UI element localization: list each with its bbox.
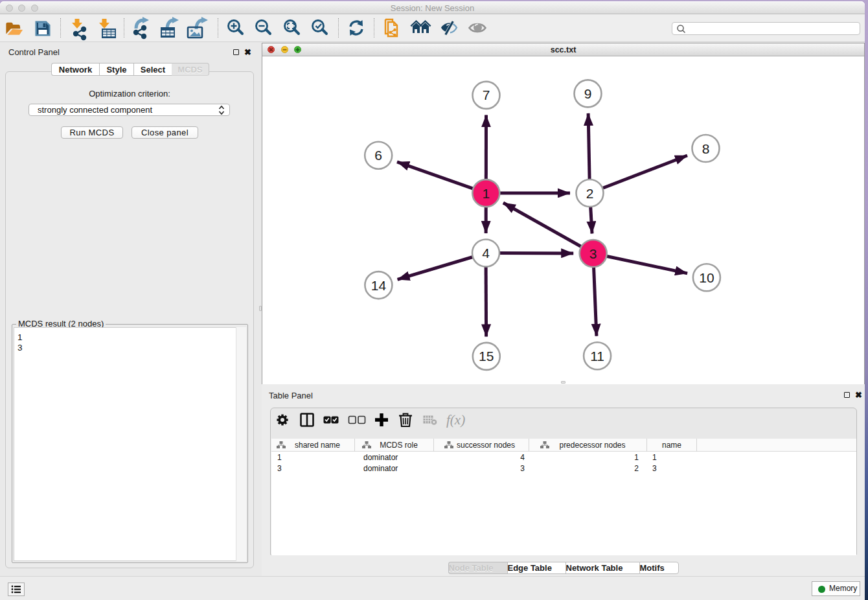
svg-text:15: 15 (479, 349, 494, 363)
svg-text:6: 6 (374, 148, 382, 163)
svg-text:1: 1 (482, 186, 490, 201)
svg-text:2: 2 (586, 186, 594, 201)
svg-text:4: 4 (482, 246, 490, 260)
svg-text:8: 8 (702, 141, 710, 156)
svg-text:f(x): f(x) (446, 412, 465, 428)
svg-text:11: 11 (590, 349, 604, 363)
svg-text:7: 7 (483, 87, 490, 102)
svg-text:9: 9 (584, 86, 592, 101)
svg-text:3: 3 (589, 246, 597, 261)
svg-text:14: 14 (371, 278, 387, 293)
svg-text:10: 10 (699, 270, 714, 285)
